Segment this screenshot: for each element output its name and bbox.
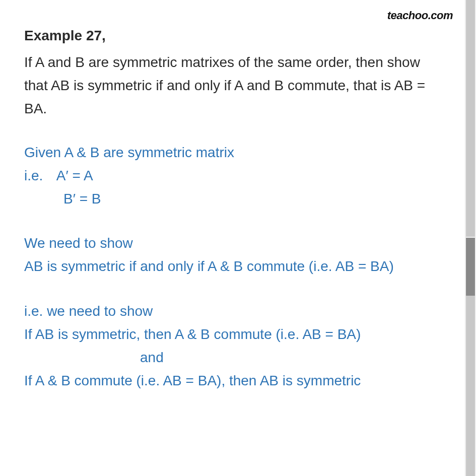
part-1: If AB is symmetric, then A & B commute (… (24, 323, 440, 346)
given-eq-2: B′ = B (24, 187, 440, 211)
scrollbar-track-lower (466, 296, 475, 476)
example-heading: Example 27, (24, 28, 440, 44)
given-title: Given A & B are symmetric matrix (24, 141, 440, 164)
given-eq-1: i.e. A′ = A (24, 164, 440, 187)
ie-need: i.e. we need to show (24, 300, 440, 323)
vertical-scrollbar[interactable] (465, 0, 476, 476)
need-line: AB is symmetric if and only if A & B com… (24, 255, 440, 278)
scrollbar-track-upper (466, 0, 475, 237)
part-2: If A & B commute (i.e. AB = BA), then AB… (24, 369, 440, 392)
and-connector: and (24, 346, 440, 369)
scrollbar-thumb[interactable] (466, 238, 475, 296)
solution-body: Given A & B are symmetric matrix i.e. A′… (24, 141, 440, 393)
watermark-text: teachoo.com (387, 9, 453, 22)
need-title: We need to show (24, 232, 440, 255)
problem-statement: If A and B are symmetric matrixes of the… (24, 51, 440, 121)
